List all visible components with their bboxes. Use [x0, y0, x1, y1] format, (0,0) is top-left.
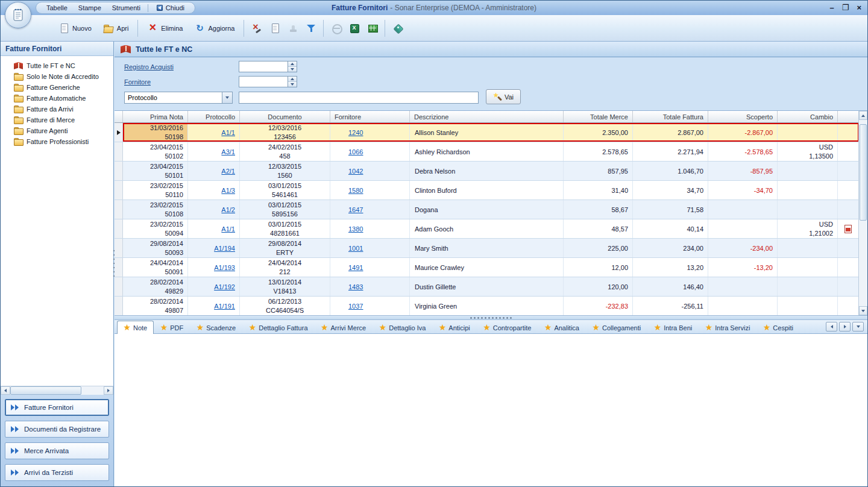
fornitore-link[interactable]: 1580 — [348, 187, 363, 194]
protocollo-link[interactable]: A1/194 — [214, 245, 235, 252]
tab-analitica[interactable]: Analitica — [538, 321, 586, 333]
column-header-descrizione[interactable]: Descrizione — [410, 111, 564, 122]
table-row[interactable]: 24/04/2014 50091 A1/193 24/04/2014 212 1… — [115, 258, 858, 277]
aggiorna-button[interactable]: Aggiorna — [189, 20, 239, 36]
column-header-fornitore[interactable]: Fornitore — [330, 111, 410, 122]
nav-item-merce-arrivata[interactable]: Merce Arrivata — [5, 442, 109, 459]
search-input[interactable] — [239, 92, 479, 104]
table-row[interactable]: 28/02/2014 49829 A1/192 13/01/2014 V1841… — [115, 277, 858, 297]
table-row[interactable]: 31/03/2016 50198 A1/1 12/03/2016 123456 … — [115, 123, 858, 142]
dropdown-button[interactable] — [222, 92, 232, 103]
fornitore-link[interactable]: 1491 — [348, 264, 363, 271]
protocollo-link[interactable]: A1/193 — [214, 264, 235, 271]
minimize-button[interactable]: – — [830, 1, 834, 14]
spin-up-button[interactable] — [288, 61, 297, 66]
sidebar-tree-item[interactable]: Solo le Note di Accredito — [1, 71, 113, 82]
table-row[interactable]: 23/02/2015 50110 A1/3 03/01/2015 5461461… — [115, 181, 858, 200]
fornitore-link[interactable]: 1066 — [348, 148, 363, 156]
nav-item-fatture-fornitori[interactable]: Fatture Fornitori — [5, 399, 109, 416]
protocollo-link[interactable]: A3/1 — [221, 148, 235, 156]
column-header-prima-nota[interactable]: Prima Nota — [123, 111, 188, 122]
tab-intra-servizi[interactable]: Intra Servizi — [699, 321, 756, 333]
fornitore-link[interactable]: 1647 — [348, 206, 363, 213]
maximize-button[interactable]: ❐ — [842, 1, 849, 14]
app-menu-button[interactable] — [5, 2, 31, 28]
filter-button[interactable] — [303, 20, 319, 36]
column-header-totale-merce[interactable]: Totale Merce — [564, 111, 633, 122]
fornitore-link[interactable]: 1380 — [348, 225, 363, 233]
tab-dettaglio-iva[interactable]: Dettaglio Iva — [373, 321, 432, 333]
tab-anticipi[interactable]: Anticipi — [432, 321, 476, 333]
spin-down-button[interactable] — [288, 81, 297, 87]
search-field-dropdown[interactable]: Protocollo — [124, 92, 233, 104]
tabs-scroll-right-button[interactable] — [839, 322, 851, 331]
protocollo-link[interactable]: A1/191 — [214, 303, 235, 310]
grid-vertical-scrollbar[interactable] — [858, 111, 867, 315]
registro-acquisti-link[interactable]: Registro Acquisti — [124, 63, 174, 71]
table-row[interactable]: 23/02/2015 50094 A1/1 03/01/2015 4828166… — [115, 219, 858, 239]
tabs-scroll-left-button[interactable] — [826, 322, 837, 331]
menu-strumenti[interactable]: Strumenti — [107, 2, 146, 14]
fornitore-link[interactable]: 1483 — [348, 283, 363, 291]
tab-intra-beni[interactable]: Intra Beni — [647, 321, 699, 333]
menu-chiudi[interactable]: Chiudi — [150, 2, 190, 14]
protocollo-link[interactable]: A1/3 — [221, 187, 235, 194]
scroll-left-button[interactable] — [1, 386, 10, 395]
filter-clear-button[interactable] — [248, 20, 265, 36]
protocollo-link[interactable]: A2/1 — [221, 168, 235, 175]
menu-stampe[interactable]: Stampe — [73, 2, 107, 14]
horizontal-splitter[interactable] — [115, 315, 867, 320]
sidebar-tree-item[interactable]: Fatture Automatiche — [1, 93, 113, 104]
table-view-button[interactable] — [364, 20, 380, 36]
sidebar-tree-item[interactable]: Tutte le FT e NC — [1, 60, 113, 71]
spin-up-button[interactable] — [288, 77, 297, 81]
table-row[interactable]: 28/02/2014 49807 A1/191 06/12/2013 CC464… — [115, 297, 858, 315]
nuovo-button[interactable]: Nuovo — [54, 20, 96, 36]
scroll-down-button[interactable] — [859, 306, 867, 315]
nav-item-arrivi-da-terzisti[interactable]: Arrivi da Terzisti — [5, 464, 109, 481]
table-row[interactable]: 23/04/2015 50102 A3/1 24/02/2015 458 106… — [115, 142, 858, 162]
column-header-scoperto[interactable]: Scoperto — [708, 111, 778, 122]
close-button[interactable]: × — [857, 1, 861, 14]
tab-contropartite[interactable]: Contropartite — [477, 321, 538, 333]
vai-button[interactable]: Vai — [486, 89, 521, 104]
scroll-right-button[interactable] — [104, 386, 113, 395]
protocollo-link[interactable]: A1/1 — [221, 129, 235, 136]
fornitore-input[interactable] — [239, 77, 288, 87]
apri-button[interactable]: Apri — [98, 20, 134, 36]
column-header-protocollo[interactable]: Protocollo — [188, 111, 240, 122]
tab-cespiti[interactable]: Cespiti — [756, 321, 800, 333]
fornitore-link[interactable]: 1042 — [348, 168, 363, 175]
fornitore-link[interactable]: 1037 — [348, 303, 363, 310]
scrollbar-thumb[interactable] — [860, 124, 867, 221]
scroll-up-button[interactable] — [859, 111, 867, 120]
table-row[interactable]: 23/02/2015 50108 A1/2 03/01/2015 5895156… — [115, 200, 858, 219]
spin-down-button[interactable] — [288, 66, 297, 72]
tab-note[interactable]: Note — [117, 321, 154, 334]
tabs-menu-button[interactable] — [852, 322, 864, 331]
protocollo-link[interactable]: A1/192 — [214, 283, 235, 291]
labels-button[interactable] — [389, 20, 406, 36]
tab-collegamenti[interactable]: Collegamenti — [586, 321, 647, 333]
sidebar-tree-item[interactable]: Fatture Generiche — [1, 82, 113, 93]
column-header-documento[interactable]: Documento — [240, 111, 330, 122]
tab-pdf[interactable]: PDF — [154, 321, 190, 333]
elimina-button[interactable]: Elimina — [142, 20, 187, 36]
sidebar-splitter[interactable] — [112, 249, 116, 277]
scrollbar-track[interactable] — [10, 386, 104, 395]
sidebar-tree-item[interactable]: Fatture Professionisti — [1, 136, 113, 147]
scrollbar-thumb[interactable] — [10, 386, 81, 395]
table-row[interactable]: 29/08/2014 50093 A1/194 29/08/2014 ERTY … — [115, 239, 858, 258]
blank-document-button[interactable] — [266, 20, 283, 36]
column-header-totale-fattura[interactable]: Totale Fattura — [633, 111, 708, 122]
nav-item-documenti-da-registrare[interactable]: Documenti da Registrare — [5, 421, 109, 438]
fornitore-link[interactable]: 1240 — [348, 129, 363, 136]
pdf-attachment-icon[interactable] — [844, 225, 852, 233]
protocollo-link[interactable]: A1/1 — [221, 225, 235, 233]
sidebar-tree-item[interactable]: Fatture di Merce — [1, 115, 113, 125]
tab-scadenze[interactable]: Scadenze — [190, 321, 242, 333]
fornitore-link[interactable]: Fornitore — [124, 78, 151, 86]
table-row[interactable]: 23/04/2015 50101 A2/1 12/03/2015 1560 10… — [115, 162, 858, 181]
sidebar-tree-item[interactable]: Fatture Agenti — [1, 125, 113, 136]
menu-tabelle[interactable]: Tabelle — [41, 2, 73, 14]
